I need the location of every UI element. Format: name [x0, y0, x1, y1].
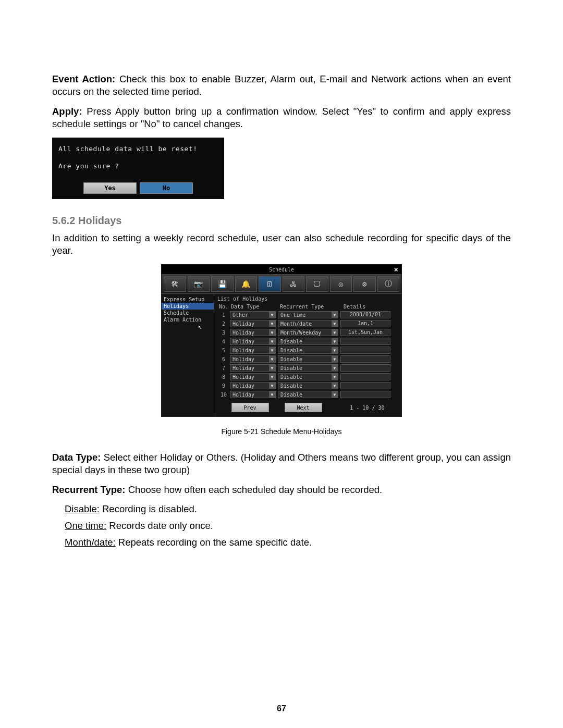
- event-action-text: Check this box to enable Buzzer, Alarm o…: [52, 73, 511, 97]
- chevron-down-icon: ▼: [332, 329, 338, 336]
- recurrent-type-dropdown[interactable]: Disable▼: [278, 338, 338, 345]
- definition-term: One time:: [65, 520, 106, 531]
- details-field[interactable]: [340, 382, 390, 389]
- details-field[interactable]: 1st,Sun,Jan: [340, 329, 390, 336]
- table-row: 7Holiday▼Disable▼: [217, 364, 398, 372]
- cell-no: 8: [217, 374, 230, 380]
- cell-no: 2: [217, 321, 230, 327]
- recurrent-type-dropdown[interactable]: Disable▼: [278, 347, 338, 354]
- data-type-dropdown[interactable]: Holiday▼: [230, 355, 276, 363]
- chevron-down-icon: ▼: [269, 391, 275, 398]
- details-field[interactable]: [340, 355, 390, 363]
- recurrent-type-dropdown[interactable]: Disable▼: [278, 373, 338, 380]
- details-field[interactable]: [340, 391, 390, 398]
- schedule-titlebar: Schedule ×: [162, 265, 401, 274]
- yes-button[interactable]: Yes: [83, 182, 137, 194]
- data-type-text: Select either Holiday or Others. (Holida…: [52, 452, 511, 475]
- table-row: 8Holiday▼Disable▼: [217, 373, 398, 381]
- chevron-down-icon: ▼: [269, 320, 275, 327]
- toolbar-alarm-icon[interactable]: 🔔: [235, 276, 258, 292]
- details-field[interactable]: [340, 347, 390, 354]
- toolbar-info-icon[interactable]: ⓘ: [377, 276, 400, 292]
- cursor-icon: ↖: [162, 323, 214, 330]
- toolbar-tool-icon[interactable]: 🛠: [164, 276, 186, 292]
- data-type-dropdown[interactable]: Other▼: [230, 311, 276, 318]
- chevron-down-icon: ▼: [332, 338, 338, 344]
- chevron-down-icon: ▼: [332, 312, 338, 318]
- toolbar-display-icon[interactable]: 🖵: [306, 276, 328, 292]
- header-no: No.: [217, 304, 230, 310]
- data-type-dropdown[interactable]: Holiday▼: [230, 338, 276, 345]
- next-button[interactable]: Next: [285, 403, 322, 412]
- confirm-line2: Are you sure ?: [58, 162, 218, 170]
- apply-paragraph: Apply: Press Apply button bring up a con…: [52, 105, 511, 130]
- data-type-dropdown[interactable]: Holiday▼: [230, 373, 276, 380]
- chevron-down-icon: ▼: [269, 329, 275, 336]
- definition-term: Month/date:: [65, 537, 116, 548]
- toolbar-record-icon[interactable]: 💾: [211, 276, 234, 292]
- toolbar-camera-icon[interactable]: 📷: [188, 276, 210, 292]
- chevron-down-icon: ▼: [269, 347, 275, 353]
- figure-caption: Figure 5-21 Schedule Menu-Holidays: [52, 427, 511, 436]
- data-type-dropdown[interactable]: Holiday▼: [230, 329, 276, 336]
- recurrent-type-dropdown[interactable]: Disable▼: [278, 364, 338, 372]
- sidebar-item-alarm-action[interactable]: Alarm Action: [162, 316, 214, 323]
- list-title: List of Holidays: [217, 296, 398, 302]
- recurrent-type-dropdown[interactable]: Disable▼: [278, 391, 338, 398]
- chevron-down-icon: ▼: [332, 391, 338, 398]
- table-row: 5Holiday▼Disable▼: [217, 346, 398, 354]
- recurrent-type-text: Choose how often each scheduled day shou…: [126, 484, 383, 495]
- no-button[interactable]: No: [140, 182, 193, 194]
- details-field[interactable]: Jan,1: [340, 320, 390, 327]
- definition-line: Month/date: Repeats recording on the sam…: [65, 537, 511, 548]
- data-type-dropdown[interactable]: Holiday▼: [230, 391, 276, 398]
- definition-line: One time: Records date only once.: [65, 520, 511, 532]
- confirm-line1: All schedule data will be reset!: [58, 145, 218, 153]
- chevron-down-icon: ▼: [269, 338, 275, 344]
- data-type-label: Data Type:: [52, 452, 101, 463]
- chevron-down-icon: ▼: [269, 312, 275, 318]
- details-field[interactable]: [340, 338, 390, 345]
- cell-no: 9: [217, 383, 230, 389]
- prev-button[interactable]: Prev: [231, 403, 269, 412]
- confirm-dialog: All schedule data will be reset! Are you…: [52, 138, 224, 199]
- data-type-dropdown[interactable]: Holiday▼: [230, 320, 276, 327]
- definition-line: Disable: Recording is disabled.: [65, 503, 511, 515]
- recurrent-type-dropdown[interactable]: One time▼: [278, 311, 338, 318]
- table-row: 1Other▼One time▼2008/01/01: [217, 311, 398, 319]
- cell-no: 7: [217, 365, 230, 371]
- close-icon[interactable]: ×: [394, 265, 398, 274]
- schedule-toolbar: 🛠 📷 💾 🔔 🗓 🖧 🖵 ◎ ⚙ ⓘ: [162, 274, 401, 294]
- recurrent-type-dropdown[interactable]: Disable▼: [278, 355, 338, 363]
- toolbar-network-icon[interactable]: 🖧: [283, 276, 305, 292]
- sidebar-item-schedule[interactable]: Schedule: [162, 310, 214, 316]
- schedule-window: Schedule × 🛠 📷 💾 🔔 🗓 🖧 🖵 ◎ ⚙ ⓘ Express S…: [161, 264, 402, 417]
- toolbar-schedule-icon[interactable]: 🗓: [259, 276, 281, 292]
- sidebar-item-express-setup[interactable]: Express Setup: [162, 296, 214, 303]
- recurrent-type-dropdown[interactable]: Disable▼: [278, 382, 338, 389]
- recurrent-type-paragraph: Recurrent Type: Choose how often each sc…: [52, 484, 511, 496]
- chevron-down-icon: ▼: [269, 365, 275, 371]
- details-field[interactable]: 2008/01/01: [340, 311, 390, 318]
- header-details: Details: [342, 304, 396, 310]
- data-type-dropdown[interactable]: Holiday▼: [230, 364, 276, 372]
- details-field[interactable]: [340, 364, 390, 372]
- cell-no: 6: [217, 356, 230, 362]
- apply-text: Press Apply button bring up a confirmati…: [52, 106, 511, 129]
- recurrent-type-dropdown[interactable]: Month/Weekday▼: [278, 329, 338, 336]
- sidebar-item-holidays[interactable]: Holidays: [162, 303, 214, 310]
- details-field[interactable]: [340, 373, 390, 380]
- recurrent-type-label: Recurrent Type:: [52, 484, 126, 495]
- data-type-dropdown[interactable]: Holiday▼: [230, 347, 276, 354]
- table-row: 10Holiday▼Disable▼: [217, 390, 398, 399]
- cell-no: 1: [217, 312, 230, 318]
- cell-no: 10: [217, 392, 230, 398]
- toolbar-disk-icon[interactable]: ◎: [330, 276, 352, 292]
- chevron-down-icon: ▼: [332, 382, 338, 389]
- data-type-dropdown[interactable]: Holiday▼: [230, 382, 276, 389]
- recurrent-type-dropdown[interactable]: Month/date▼: [278, 320, 338, 327]
- toolbar-system-icon[interactable]: ⚙: [353, 276, 376, 292]
- chevron-down-icon: ▼: [332, 347, 338, 353]
- table-row: 9Holiday▼Disable▼: [217, 381, 398, 390]
- definition-text: Repeats recording on the same specific d…: [116, 537, 312, 548]
